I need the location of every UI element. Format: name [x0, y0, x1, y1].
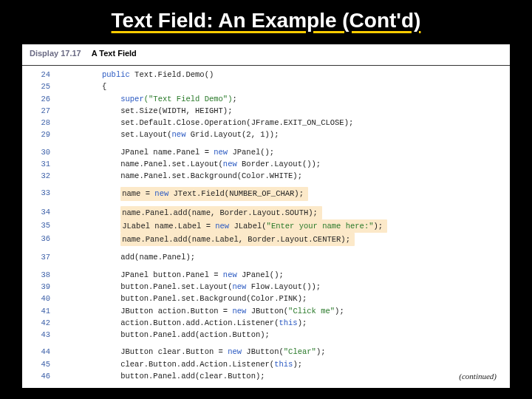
line-number: 38 [30, 269, 50, 281]
code-line: 24public Text.Field.Demo() [30, 69, 510, 81]
code-line: 37 add(name.Panel); [30, 251, 510, 263]
line-number: 40 [30, 293, 50, 304]
line-number: 36 [30, 233, 50, 246]
code-line: 35 JLabel name.Label = new JLabel("Enter… [30, 219, 510, 233]
line-number: 31 [30, 158, 50, 170]
code-line: 45 clear.Button.add.Action.Listener(this… [30, 358, 510, 370]
line-number: 32 [30, 170, 50, 182]
code-line: 26 super("Text Field Demo"); [30, 93, 510, 105]
code-line: 29 set.Layout(new Grid.Layout(2, 1)); [30, 129, 510, 140]
line-number: 29 [30, 129, 50, 140]
line-number: 44 [30, 346, 50, 358]
code-line: 44 JButton clear.Button = new JButton("C… [30, 346, 510, 358]
highlight: JLabel name.Label = new JLabel("Enter yo… [120, 219, 387, 233]
code-line: 46 button.Panel.add(clear.Button); [30, 370, 510, 382]
code-line: 39 button.Panel.set.Layout(new Flow.Layo… [30, 281, 510, 293]
line-number: 39 [30, 281, 50, 293]
code-line: 30 JPanel name.Panel = new JPanel(); [30, 146, 510, 158]
code-line: 38 JPanel button.Panel = new JPanel(); [30, 269, 510, 281]
display-label: Display 17.17 [30, 49, 81, 58]
code-line: 41 JButton action.Button = new JButton("… [30, 305, 510, 317]
line-number: 46 [30, 370, 50, 382]
code-line: 40 button.Panel.set.Background(Color.PIN… [30, 293, 510, 304]
code-line: 42 action.Button.add.Action.Listener(thi… [30, 317, 510, 329]
code-header: Display 17.17 A Text Field [22, 44, 510, 66]
highlight: name = new JText.Field(NUMBER_OF_CHAR); [120, 187, 308, 200]
line-number: 41 [30, 305, 50, 317]
slide-title: Text Field: An Example (Cont'd) [22, 9, 510, 33]
line-number: 24 [30, 69, 50, 81]
code-area: 24public Text.Field.Demo() 25{ 26 super(… [22, 66, 510, 382]
line-number: 43 [30, 329, 50, 341]
line-number: 37 [30, 251, 50, 263]
line-number: 30 [30, 146, 50, 158]
highlight: name.Panel.add(name, Border.Layout.SOUTH… [120, 206, 322, 219]
title-wrap: Text Field: An Example (Cont'd) [0, 0, 532, 38]
code-line: 25{ [30, 81, 510, 92]
line-number: 33 [30, 187, 50, 200]
line-number: 28 [30, 117, 50, 129]
line-number: 42 [30, 317, 50, 329]
code-line: 31 name.Panel.set.Layout(new Border.Layo… [30, 158, 510, 170]
code-line: 32 name.Panel.set.Background(Color.WHITE… [30, 170, 510, 182]
code-line: 34 name.Panel.add(name, Border.Layout.SO… [30, 206, 510, 219]
continued-label: (continued) [459, 372, 497, 381]
code-line: 36 name.Panel.add(name.Label, Border.Lay… [30, 233, 510, 246]
highlight: name.Panel.add(name.Label, Border.Layout… [120, 233, 355, 246]
line-number: 27 [30, 105, 50, 117]
code-line: 33 name = new JText.Field(NUMBER_OF_CHAR… [30, 187, 510, 200]
code-line: 43 button.Panel.add(action.Button); [30, 329, 510, 341]
code-line: 27 set.Size(WIDTH, HEIGHT); [30, 105, 510, 117]
line-number: 35 [30, 219, 50, 233]
code-line: 28 set.Default.Close.Operation(JFrame.EX… [30, 117, 510, 129]
line-number: 45 [30, 358, 50, 370]
display-caption: A Text Field [92, 49, 137, 58]
line-number: 34 [30, 206, 50, 219]
slide: Text Field: An Example (Cont'd) Display … [0, 0, 532, 399]
code-panel: Display 17.17 A Text Field 24public Text… [22, 44, 510, 388]
line-number: 26 [30, 93, 50, 105]
line-number: 25 [30, 81, 50, 92]
